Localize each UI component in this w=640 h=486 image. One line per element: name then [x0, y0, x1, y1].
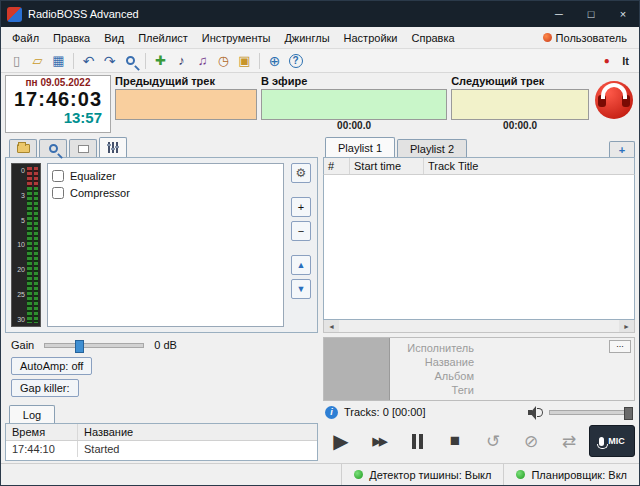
add-effect-button[interactable]: +: [291, 197, 311, 217]
volume-slider-thumb[interactable]: [624, 407, 633, 420]
gain-label: Gain: [11, 339, 34, 351]
play-button[interactable]: ▶: [323, 425, 359, 457]
undo-icon[interactable]: ↶: [79, 51, 98, 70]
column-track-title[interactable]: Track Title: [424, 158, 634, 174]
clock-panel: пн 09.05.2022 17:46:03 13:57: [5, 75, 111, 133]
tab-files[interactable]: [9, 139, 37, 157]
language-indicator[interactable]: lt: [618, 55, 633, 67]
cart-wall-icon[interactable]: ▣: [235, 51, 254, 70]
compressor-checkbox[interactable]: [52, 187, 64, 199]
log-row-time: 17:44:10: [6, 441, 78, 457]
next-track-button[interactable]: ▶▶: [361, 425, 397, 457]
scheduler-status[interactable]: Планировщик: Вкл: [503, 464, 639, 485]
tab-dsp[interactable]: [99, 137, 127, 157]
move-up-button[interactable]: ▲: [291, 255, 311, 275]
move-down-button[interactable]: ▼: [291, 279, 311, 299]
help-icon[interactable]: ?: [286, 51, 305, 70]
countdown-time: 13:57: [6, 110, 110, 126]
gap-killer-label: Gap killer:: [20, 382, 70, 394]
broadcast-icon[interactable]: ⊕: [265, 51, 284, 70]
menu-tools[interactable]: Инструменты: [195, 29, 278, 47]
pause-button[interactable]: [399, 425, 435, 457]
maximize-button[interactable]: □: [575, 1, 607, 27]
menu-jingles[interactable]: Джинглы: [277, 29, 336, 47]
add-track-icon[interactable]: ✚: [151, 51, 170, 70]
on-air-box[interactable]: [261, 89, 447, 120]
jingles-icon[interactable]: ♫: [193, 51, 212, 70]
shuffle-button[interactable]: ⇄: [551, 425, 587, 457]
horizontal-scrollbar[interactable]: ◄ ►: [323, 320, 635, 333]
effect-settings-button[interactable]: ⚙: [291, 163, 311, 183]
next-track-box[interactable]: [451, 89, 589, 120]
mic-button[interactable]: MIC: [589, 425, 635, 457]
meter-scale-value: 5: [14, 217, 25, 224]
more-info-button[interactable]: ...: [609, 340, 631, 353]
gain-slider[interactable]: [44, 343, 144, 348]
album-art-placeholder: [324, 338, 390, 400]
search-icon[interactable]: [121, 51, 140, 70]
effects-panel: 0 3 5 10 20 25 30 Equalizer: [5, 137, 318, 461]
next-track-time: 00:00.0: [451, 120, 589, 133]
tab-playlist-2[interactable]: Playlist 2: [397, 139, 467, 157]
previous-track-label: Предыдущий трек: [115, 75, 257, 89]
list-item[interactable]: Compressor: [52, 184, 279, 201]
new-playlist-icon[interactable]: ▯: [7, 51, 26, 70]
tab-playlist-1[interactable]: Playlist 1: [325, 137, 395, 157]
menu-file[interactable]: Файл: [5, 29, 46, 47]
dsp-section: 0 3 5 10 20 25 30 Equalizer: [5, 157, 318, 333]
gap-killer-button[interactable]: Gap killer:: [11, 379, 79, 397]
mixer-icon: [108, 142, 118, 153]
table-row[interactable]: 17:44:10 Started: [6, 441, 317, 457]
open-playlist-icon[interactable]: ▱: [28, 51, 47, 70]
menu-bar: Файл Правка Вид Плейлист Инструменты Джи…: [1, 27, 639, 49]
stop-button[interactable]: ■: [437, 425, 473, 457]
column-number[interactable]: #: [324, 158, 350, 174]
save-playlist-icon[interactable]: ▦: [49, 51, 68, 70]
remove-effect-button[interactable]: −: [291, 221, 311, 241]
menu-settings[interactable]: Настройки: [337, 29, 405, 47]
menu-playlist[interactable]: Плейлист: [131, 29, 195, 47]
scheduler-label: Планировщик: Вкл: [531, 469, 627, 481]
silence-detector-status[interactable]: Детектор тишины: Выкл: [341, 464, 503, 485]
dsp-buttons: ⚙ + − ▲ ▼: [290, 163, 312, 327]
tab-search[interactable]: [39, 139, 67, 157]
effects-tab-strip: [5, 137, 318, 157]
status-spacer: [1, 464, 341, 485]
playlist-header: # Start time Track Title: [323, 157, 635, 175]
log-section: Log Время Название 17:44:10 Started: [5, 405, 318, 461]
app-window: RadioBOSS Advanced ─ □ × Файл Правка Вид…: [0, 0, 640, 486]
log-col-name[interactable]: Название: [78, 424, 317, 440]
menu-edit[interactable]: Правка: [46, 29, 97, 47]
playlist-body[interactable]: [323, 175, 635, 320]
column-start-time[interactable]: Start time: [350, 158, 424, 174]
redo-icon[interactable]: ↷: [100, 51, 119, 70]
log-header: Время Название: [6, 424, 317, 441]
autoamp-button[interactable]: AutoAmp: off: [11, 357, 92, 375]
volume-slider[interactable]: [549, 410, 633, 415]
volume-icon[interactable]: [528, 406, 543, 419]
user-menu[interactable]: Пользователь: [535, 32, 635, 44]
close-button[interactable]: ×: [607, 1, 639, 27]
toolbar-separator: [145, 53, 146, 69]
record-icon[interactable]: ●: [597, 51, 616, 70]
autoamp-label: AutoAmp:: [20, 360, 68, 372]
menu-view[interactable]: Вид: [97, 29, 131, 47]
log-col-time[interactable]: Время: [6, 424, 78, 440]
scheduler-icon[interactable]: ◷: [214, 51, 233, 70]
tab-cards[interactable]: [69, 139, 97, 157]
list-item[interactable]: Equalizer: [52, 167, 279, 184]
add-playlist-tab-button[interactable]: +: [609, 141, 635, 157]
repeat-button[interactable]: ↺: [475, 425, 511, 457]
block-button[interactable]: ⊘: [513, 425, 549, 457]
tracks-summary: Tracks: 0 [00:00]: [344, 406, 426, 418]
equalizer-checkbox[interactable]: [52, 170, 64, 182]
scroll-left-icon[interactable]: ◄: [324, 320, 339, 332]
previous-track-box[interactable]: [115, 89, 257, 120]
gain-slider-thumb[interactable]: [75, 340, 84, 353]
music-library-icon[interactable]: ♪: [172, 51, 191, 70]
scrollbar-track[interactable]: [339, 320, 619, 332]
scroll-right-icon[interactable]: ►: [619, 320, 634, 332]
menu-help[interactable]: Справка: [404, 29, 461, 47]
minimize-button[interactable]: ─: [543, 1, 575, 27]
log-tab[interactable]: Log: [9, 405, 55, 423]
